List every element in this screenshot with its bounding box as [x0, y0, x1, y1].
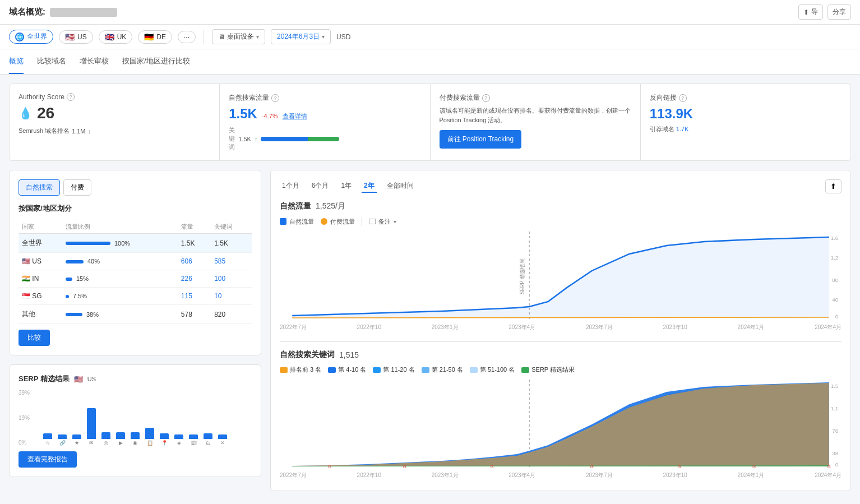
time-6m[interactable]: 6个月 — [309, 180, 331, 193]
export-button[interactable]: ⬆ 导 — [798, 4, 823, 20]
tab-country-compare[interactable]: 按国家/地区进行比较 — [122, 49, 190, 74]
serp-full-report-button[interactable]: 查看完整报告 — [19, 451, 77, 468]
x-label: 2023年4月 — [508, 323, 535, 331]
legend-organic[interactable]: 自然流量 — [280, 218, 314, 226]
col-kw: 关键词 — [211, 220, 252, 234]
compare-button[interactable]: 比较 — [19, 330, 50, 346]
organic-traffic-label-text: 自然搜索流量 — [229, 93, 269, 103]
time-1y[interactable]: 1年 — [339, 180, 354, 193]
organic-traffic-info-icon[interactable]: ? — [271, 94, 279, 102]
serp-bar — [189, 434, 198, 439]
filter-more[interactable]: ··· — [178, 31, 196, 43]
row-kw-val[interactable]: 100 — [211, 270, 252, 288]
serp-bar-label: ◉ — [133, 440, 137, 446]
kw-legend-item[interactable]: 排名前 3 名 — [280, 366, 321, 374]
kw-legend-item[interactable]: 第 4-10 名 — [328, 366, 366, 374]
time-2y[interactable]: 2年 — [362, 180, 377, 193]
authority-info-icon[interactable]: ? — [67, 93, 75, 101]
svg-text:1.5: 1.5 — [831, 383, 839, 389]
tab-overview[interactable]: 概览 — [9, 49, 24, 74]
kw-legend-color — [422, 367, 429, 373]
kw-legend-item[interactable]: SERP 精选结果 — [521, 366, 575, 374]
device-filter[interactable]: 🖥 桌面设备 ▾ — [212, 29, 265, 44]
time-1m[interactable]: 1个月 — [280, 180, 302, 193]
serp-bar-label: ◎ — [104, 440, 108, 446]
row-country-name[interactable]: 其他 — [19, 305, 62, 324]
filter-de[interactable]: 🇩🇪 DE — [138, 30, 172, 44]
traffic-chart-svg: SERP 精选结果 1.6 1.2 80 40 0 — [280, 232, 841, 321]
time-all[interactable]: 全部时间 — [385, 180, 416, 193]
row-traffic-pct: 15% — [76, 275, 89, 282]
kw-legend-label: 排名前 3 名 — [290, 366, 321, 374]
row-traffic-val[interactable]: 606 — [178, 253, 211, 270]
legend-notes[interactable]: 备注 ▾ — [369, 218, 396, 226]
row-traffic-val[interactable]: 115 — [178, 288, 211, 305]
traffic-chart-count: 1,525/月 — [316, 201, 345, 211]
row-kw-val[interactable]: 585 — [211, 253, 252, 270]
ref-domains-value[interactable]: 1.7K — [676, 126, 689, 132]
svg-text:1.6: 1.6 — [831, 235, 839, 241]
organic-search-tab[interactable]: 自然搜索 — [19, 179, 60, 196]
traffic-chart-card: 1个月 6个月 1年 2年 全部时间 ⬆ 自然流量 1,525/月 — [270, 170, 851, 491]
tab-growth[interactable]: 增长审核 — [80, 49, 109, 74]
position-tracking-button[interactable]: 前往 Position Tracking — [440, 130, 522, 149]
organic-traffic-detail-link[interactable]: 查看详情 — [283, 112, 307, 121]
row-traffic-bar: 100% — [62, 234, 178, 253]
date-filter[interactable]: 2024年6月3日 ▾ — [271, 29, 331, 44]
filter-uk[interactable]: 🇬🇧 UK — [99, 30, 133, 44]
legend-paid[interactable]: 付费流量 — [321, 218, 355, 226]
kw-legend-item[interactable]: 第 51-100 名 — [470, 366, 515, 374]
notes-arrow-icon: ▾ — [394, 219, 396, 225]
serp-bar — [160, 433, 169, 439]
filter-all-world[interactable]: 🌐 全世界 — [9, 30, 53, 44]
row-country-name[interactable]: 🇮🇳 IN — [19, 270, 62, 288]
legend-organic-label: 自然流量 — [289, 218, 314, 226]
svg-text:0: 0 — [835, 313, 839, 319]
serp-bar-item: ✉ — [87, 408, 96, 446]
monitor-icon: 🖥 — [218, 33, 225, 41]
x-label: 2022年7月 — [280, 323, 307, 331]
row-country-name[interactable]: 🇺🇸 US — [19, 253, 62, 270]
row-traffic-bar: 38% — [62, 305, 178, 324]
svg-text:G: G — [328, 464, 331, 469]
paid-traffic-info-icon[interactable]: ? — [482, 94, 490, 102]
nav-tabs: 概览 比较域名 增长审核 按国家/地区进行比较 — [0, 49, 860, 75]
row-traffic-bar: 40% — [62, 253, 178, 270]
legend-paid-label: 付费流量 — [330, 218, 355, 226]
legend-divider — [362, 217, 362, 226]
traffic-chart-area: SERP 精选结果 1.6 1.2 80 40 0 — [280, 232, 841, 321]
kw-legend-color — [328, 367, 336, 373]
search-tabs: 自然搜索 付费 — [19, 179, 252, 196]
serp-bar-label: ★ — [75, 440, 79, 446]
traffic-export-button[interactable]: ⬆ — [825, 179, 841, 193]
backlinks-label-text: 反向链接 — [650, 93, 677, 103]
share-button[interactable]: 分享 — [827, 4, 851, 20]
backlinks-info-icon[interactable]: ? — [679, 94, 687, 102]
row-traffic-pct: 40% — [87, 258, 100, 265]
tab-compare[interactable]: 比较域名 — [37, 49, 66, 74]
row-traffic-val[interactable]: 226 — [178, 270, 211, 288]
row-country-name[interactable]: 🇸🇬 SG — [19, 288, 62, 305]
row-kw-val[interactable]: 10 — [211, 288, 252, 305]
serp-bar-item: ◈ — [174, 434, 183, 446]
serp-header: SERP 精选结果 🇺🇸 US — [19, 374, 252, 384]
paid-traffic-notice: 该域名可能是新的或现在没有排名。要获得付费流量的数据，创建一个 Position… — [440, 106, 631, 124]
top-bar-left: 域名概览: — [9, 7, 117, 17]
currency-display: USD — [336, 33, 350, 41]
x-label: 2023年10 — [663, 323, 687, 331]
filter-us[interactable]: 🇺🇸 US — [59, 30, 93, 44]
us-label: US — [77, 33, 87, 41]
table-row: 🇺🇸 US 40% 606 585 — [19, 253, 252, 270]
kw-legend-label: 第 11-20 名 — [383, 366, 414, 374]
traffic-bar-fill — [66, 295, 69, 298]
kw-legend-item[interactable]: 第 21-50 名 — [422, 366, 463, 374]
serp-flag-icon: 🇺🇸 — [74, 375, 83, 383]
kw-legend-item[interactable]: 第 11-20 名 — [373, 366, 414, 374]
row-flag: 🇮🇳 — [22, 275, 30, 283]
authority-score-icon: 💧 — [19, 107, 33, 120]
paid-search-tab[interactable]: 付费 — [63, 179, 91, 196]
export-icon: ⬆ — [803, 8, 809, 16]
x-label: 2023年7月 — [586, 471, 613, 479]
kw-chart-title-row: 自然搜索关键词 1,515 — [280, 350, 841, 360]
country-card: 自然搜索 付费 按国家/地区划分 国家 流量比例 流量 关键词 — [9, 170, 261, 355]
